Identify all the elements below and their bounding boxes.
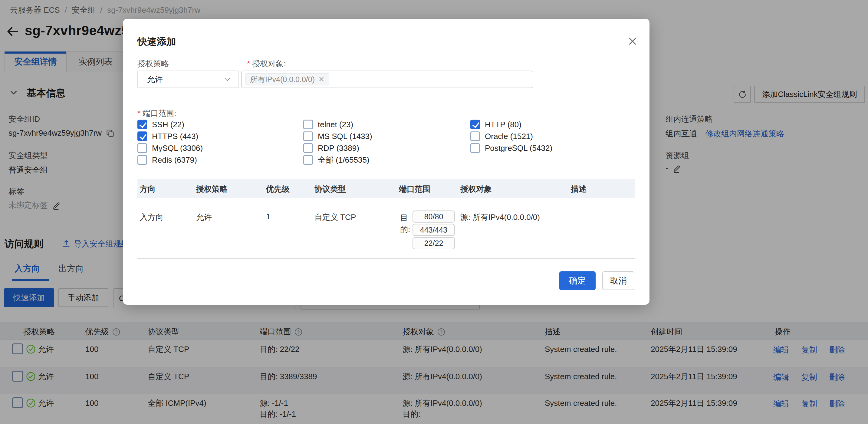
- port-option[interactable]: MySQL (3306): [137, 143, 203, 153]
- checkbox-checked: [137, 120, 147, 129]
- col-priority: 优先级: [266, 184, 290, 194]
- col-desc: 描述: [571, 184, 587, 194]
- port-input-22[interactable]: 22/22: [412, 237, 455, 249]
- port-option[interactable]: HTTP (80): [470, 119, 522, 130]
- policy-select[interactable]: 允许: [137, 70, 239, 88]
- quick-add-modal: 快速添加 授权策略 授权对象: 允许 所有IPv4(0.0.0.0/0) ✕ 端…: [123, 19, 650, 305]
- close-icon[interactable]: [626, 34, 639, 48]
- policy-select-value: 允许: [147, 74, 163, 85]
- col-target: 授权对象: [460, 184, 492, 194]
- target-tag-label: 所有IPv4(0.0.0.0/0): [250, 75, 315, 85]
- port-option[interactable]: SSH (22): [137, 119, 184, 130]
- target-label: 授权对象:: [247, 58, 286, 69]
- port-option[interactable]: PostgreSQL (5432): [470, 143, 552, 153]
- checkbox-checked: [137, 132, 147, 141]
- dest-label: 目的:: [400, 212, 412, 235]
- checkbox-unchecked: [470, 143, 480, 153]
- port-range-label: 端口范围:: [137, 108, 177, 119]
- button-label: 取消: [610, 275, 627, 286]
- policy-label: 授权策略: [137, 58, 169, 69]
- port-option[interactable]: RDP (3389): [303, 143, 359, 153]
- checkbox-checked: [470, 120, 480, 129]
- cell-policy: 允许: [196, 212, 212, 223]
- page: 云服务器 ECS / 安全组 / sg-7xvhr9e4wz59yjg3h7rw…: [0, 0, 868, 424]
- target-tag-chip: 所有IPv4(0.0.0.0/0) ✕: [245, 73, 329, 85]
- col-direction: 方向: [140, 184, 156, 194]
- port-option[interactable]: MS SQL (1433): [303, 131, 372, 141]
- button-label: 确定: [569, 275, 586, 286]
- col-policy: 授权策略: [196, 184, 227, 194]
- checkbox-unchecked: [303, 120, 313, 129]
- chevron-down-icon: [223, 76, 231, 83]
- port-option[interactable]: Redis (6379): [137, 155, 197, 165]
- port-input-443[interactable]: 443/443: [412, 224, 455, 236]
- checkbox-unchecked: [137, 155, 147, 165]
- col-port: 端口范围: [399, 184, 430, 194]
- checkbox-unchecked: [303, 132, 313, 141]
- port-option[interactable]: Oracle (1521): [470, 131, 533, 141]
- checkbox-unchecked: [470, 132, 480, 141]
- modal-title: 快速添加: [137, 35, 176, 49]
- checkbox-unchecked: [303, 143, 313, 153]
- port-option[interactable]: 全部 (1/65535): [303, 155, 370, 165]
- port-option[interactable]: HTTPS (443): [137, 131, 198, 141]
- col-protocol: 协议类型: [314, 184, 346, 194]
- cell-source: 源: 所有IPv4(0.0.0.0/0): [460, 212, 540, 223]
- checkbox-unchecked: [137, 143, 147, 153]
- tag-remove-icon[interactable]: ✕: [318, 75, 324, 84]
- preview-table-header: 方向 授权策略 优先级 协议类型 端口范围 授权对象 描述: [137, 179, 635, 198]
- target-input[interactable]: 所有IPv4(0.0.0.0/0) ✕: [241, 70, 533, 88]
- port-option[interactable]: telnet (23): [303, 119, 353, 130]
- confirm-button[interactable]: 确定: [559, 271, 596, 290]
- cell-protocol: 自定义 TCP: [314, 212, 356, 223]
- cell-priority: 1: [266, 212, 270, 221]
- cell-direction: 入方向: [140, 212, 163, 223]
- checkbox-unchecked: [303, 155, 313, 165]
- port-input-80[interactable]: 80/80: [412, 210, 455, 223]
- row-separator: [137, 258, 635, 259]
- cancel-button[interactable]: 取消: [602, 271, 634, 290]
